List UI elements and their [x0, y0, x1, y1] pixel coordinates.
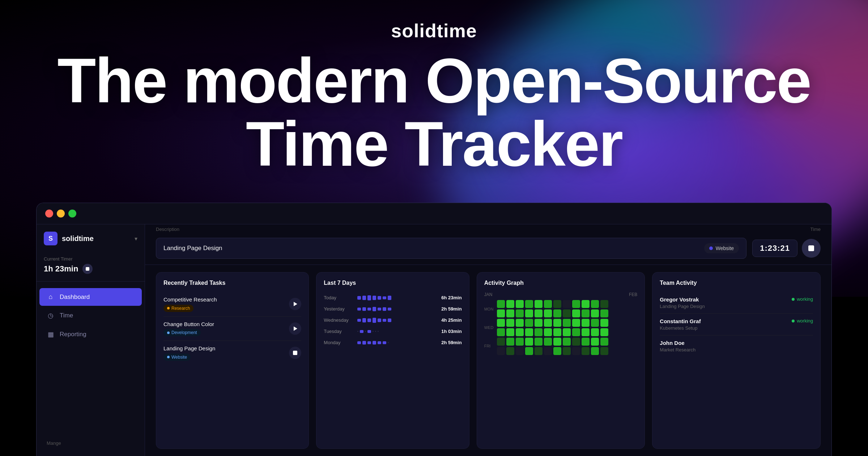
- bar-empty-dot: [388, 342, 389, 343]
- bar-segment: [383, 319, 386, 322]
- traffic-light-green[interactable]: [68, 210, 76, 218]
- activity-cell: [544, 309, 552, 317]
- activity-column: [497, 300, 505, 355]
- sidebar-manage-label: Mange: [37, 438, 145, 449]
- bar-segment: [388, 308, 391, 311]
- activity-cell: [525, 300, 533, 308]
- bar-empty-dot: [378, 331, 379, 332]
- tasks-list: Competitive Research Research: [163, 292, 301, 365]
- team-member: John DoeMarket Research: [660, 335, 813, 357]
- timer-description-input[interactable]: Landing Page Design: [163, 245, 222, 252]
- team-activity-card: Team Activity Gregor VostrakLanding Page…: [652, 272, 821, 449]
- team-member: Gregor VostrakLanding Page Designworking: [660, 292, 813, 314]
- member-info: Gregor VostrakLanding Page Design: [660, 296, 792, 309]
- day-duration: 2h 59min: [437, 340, 462, 345]
- day-row: Wednesday4h 25min: [324, 314, 461, 326]
- bar-empty-dot: [373, 331, 374, 332]
- activity-cell: [563, 300, 571, 308]
- activity-column: [600, 300, 608, 355]
- bar-segment: [357, 341, 361, 344]
- day-duration: 1h 03min: [437, 329, 462, 334]
- sidebar-item-label: Dashboard: [60, 294, 90, 301]
- activity-column: [525, 300, 533, 355]
- bar-segment: [373, 341, 376, 345]
- activity-cell: [553, 328, 561, 336]
- bar-segment: [388, 296, 391, 300]
- member-info: Constantin GrafKubernetes Setup: [660, 318, 792, 331]
- activity-month-labels: JAN FEB: [484, 292, 638, 297]
- stop-icon: [808, 245, 814, 251]
- activity-cell: [544, 319, 552, 327]
- activity-cell: [497, 328, 505, 336]
- timer-input-wrap[interactable]: Landing Page Design Website: [156, 238, 746, 259]
- member-status: working: [792, 296, 813, 302]
- activity-cell: [506, 347, 514, 355]
- activity-cell: [591, 338, 599, 346]
- chevron-down-icon: ▾: [135, 235, 137, 242]
- task-play-button[interactable]: [289, 322, 301, 335]
- dashboard-icon: ⌂: [47, 293, 55, 301]
- day-label: Monday: [324, 340, 353, 345]
- activity-cell: [544, 338, 552, 346]
- row-label-fri: FRI: [484, 344, 494, 348]
- activity-cell: [553, 309, 561, 317]
- time-label: Time: [810, 227, 821, 232]
- sidebar-stop-button[interactable]: [82, 264, 93, 274]
- activity-cell: [497, 319, 505, 327]
- task-play-button[interactable]: [289, 298, 301, 310]
- sidebar-item-time[interactable]: ◷ Time: [39, 307, 142, 325]
- project-badge[interactable]: Website: [704, 243, 739, 253]
- activity-cell: [572, 319, 580, 327]
- activity-column: [516, 300, 524, 355]
- sidebar-timer-label: Current Timer: [44, 256, 137, 262]
- member-info: John DoeMarket Research: [660, 340, 813, 352]
- hero-header: solidtime The modern Open-Source Time Tr…: [0, 0, 868, 176]
- bar-segment: [373, 307, 376, 311]
- sidebar-item-dashboard[interactable]: ⌂ Dashboard: [39, 288, 142, 306]
- activity-cell: [572, 328, 580, 336]
- activity-cell: [516, 338, 524, 346]
- reporting-icon: ▦: [47, 330, 55, 338]
- activity-graph-title: Activity Graph: [484, 280, 638, 286]
- activity-cell: [544, 328, 552, 336]
- bar-segment: [362, 296, 366, 300]
- last-7-days-card: Last 7 Days Today6h 23minYesterday2h 59m…: [316, 272, 469, 449]
- bar-segment: [373, 296, 376, 300]
- sidebar-item-label: Time: [60, 312, 73, 319]
- activity-cell: [516, 300, 524, 308]
- bar-segment: [367, 295, 371, 300]
- activity-column: [535, 300, 542, 355]
- task-stop-button[interactable]: [289, 347, 301, 359]
- sidebar-item-reporting[interactable]: ▦ Reporting: [39, 325, 142, 343]
- timer-stop-button[interactable]: [802, 239, 821, 258]
- activity-column: [506, 300, 514, 355]
- activity-cell: [506, 338, 514, 346]
- member-name: Gregor Vostrak: [660, 296, 792, 303]
- day-bar: [357, 307, 432, 311]
- sidebar-logo: S: [44, 232, 58, 245]
- task-name: Competitive Research: [163, 296, 217, 303]
- stop-icon: [86, 267, 89, 271]
- day-row: Tuesday1h 03min: [324, 326, 461, 337]
- month-jan: JAN: [484, 292, 493, 297]
- day-row: Today6h 23min: [324, 292, 461, 303]
- sidebar-brand[interactable]: S solidtime ▾: [37, 232, 145, 253]
- activity-cell: [600, 319, 608, 327]
- day-label: Tuesday: [324, 329, 353, 334]
- sidebar-timer-value: 1h 23min: [44, 264, 137, 274]
- bar-segment: [373, 318, 376, 323]
- traffic-light-yellow[interactable]: [57, 210, 65, 218]
- bar-segment: [367, 318, 371, 322]
- month-feb: FEB: [629, 292, 637, 297]
- activity-cell: [591, 300, 599, 308]
- app-body: S solidtime ▾ Current Timer 1h 23min ⌂ D…: [37, 224, 831, 456]
- bar-segment: [367, 341, 371, 344]
- day-duration: 4h 25min: [437, 317, 462, 323]
- activity-cell: [572, 309, 580, 317]
- activity-column: [553, 300, 561, 355]
- traffic-light-red[interactable]: [45, 210, 53, 218]
- project-color-dot: [709, 246, 713, 250]
- bar-segment: [362, 307, 366, 311]
- bar-segment: [383, 307, 386, 311]
- activity-cell: [600, 328, 608, 336]
